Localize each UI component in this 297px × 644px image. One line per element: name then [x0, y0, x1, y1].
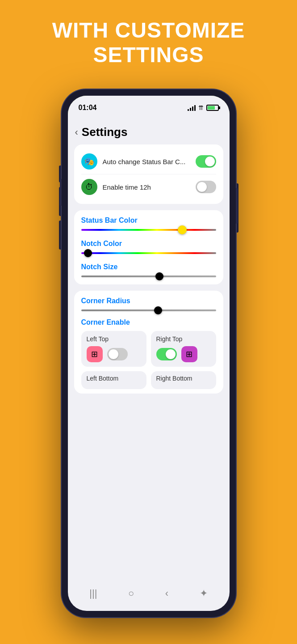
nav-accessibility-icon[interactable]: ✦ — [200, 588, 208, 599]
battery-icon — [206, 105, 219, 111]
corner-radius-slider[interactable] — [81, 309, 216, 311]
left-top-icon-btn[interactable]: ⊞ — [87, 346, 103, 362]
phone-mockup: 01:04 ⇈ ‹ Settings — [62, 89, 236, 617]
notch-color-thumb — [84, 249, 92, 257]
status-bar: 01:04 ⇈ — [68, 96, 230, 120]
notch-color-slider[interactable] — [81, 252, 216, 254]
status-icons: ⇈ — [188, 104, 219, 111]
notch-size-thumb — [155, 272, 163, 280]
bottom-nav: ||| ○ ‹ ✦ — [74, 584, 223, 603]
right-top-corner-box: Right Top ⊞ — [151, 331, 216, 367]
volume-down-button — [59, 220, 61, 250]
hero-title: WITH CUSTOMIZE SETTINGS — [0, 0, 297, 67]
page-title: Settings — [82, 125, 128, 139]
notch-color-label: Notch Color — [81, 240, 216, 248]
right-top-controls: ⊞ — [156, 346, 211, 362]
left-top-label: Left Top — [87, 335, 141, 343]
auto-change-label: Auto change Status Bar C... — [103, 158, 196, 165]
right-top-icon-btn[interactable]: ⊞ — [181, 346, 197, 362]
bottom-corners-row: Left Bottom Right Bottom — [81, 371, 216, 389]
corner-radius-label: Corner Radius — [81, 297, 216, 305]
nav-header: ‹ Settings — [68, 120, 230, 144]
left-top-toggle[interactable] — [107, 348, 128, 360]
enable-time-row: ⏱ Enable time 12h — [81, 174, 216, 199]
notch-size-label: Notch Size — [81, 263, 216, 271]
corners-card: Corner Radius Corner Enable Left Top ⊞ — [74, 291, 223, 394]
left-top-controls: ⊞ — [87, 346, 141, 362]
corner-radius-thumb — [154, 306, 162, 314]
enable-time-icon: ⏱ — [81, 179, 97, 195]
auto-change-row: 🎭 Auto change Status Bar C... — [81, 149, 216, 174]
notch-size-slider[interactable] — [81, 275, 216, 277]
right-bottom-corner-box: Right Bottom — [151, 371, 216, 389]
status-bar-color-thumb — [178, 225, 187, 234]
auto-change-icon: 🎭 — [81, 153, 97, 169]
left-top-corner-box: Left Top ⊞ — [81, 331, 146, 367]
corner-grid: Left Top ⊞ Right Top — [81, 331, 216, 367]
status-bar-color-slider[interactable] — [81, 229, 216, 231]
right-top-label: Right Top — [156, 335, 211, 343]
signal-icon — [188, 105, 196, 111]
settings-content: 🎭 Auto change Status Bar C... ⏱ Enable t… — [68, 144, 230, 400]
right-bottom-label: Right Bottom — [156, 375, 211, 382]
sliders-card: Status Bar Color Notch Color Notch Size — [74, 210, 223, 284]
right-top-toggle[interactable] — [156, 348, 177, 360]
status-bar-color-label: Status Bar Color — [81, 216, 216, 225]
corner-enable-label: Corner Enable — [81, 318, 216, 326]
back-button[interactable]: ‹ — [75, 127, 78, 138]
left-bottom-corner-box: Left Bottom — [81, 371, 146, 389]
enable-time-toggle[interactable] — [196, 181, 216, 193]
nav-home-icon[interactable]: ○ — [128, 588, 134, 599]
nav-back-icon[interactable]: ‹ — [165, 588, 168, 599]
left-bottom-label: Left Bottom — [87, 375, 141, 382]
wifi-icon: ⇈ — [198, 104, 204, 111]
status-time: 01:04 — [79, 104, 97, 112]
phone-screen: 01:04 ⇈ ‹ Settings — [68, 96, 230, 611]
enable-time-label: Enable time 12h — [103, 183, 196, 191]
nav-menu-icon[interactable]: ||| — [89, 588, 97, 599]
toggles-card: 🎭 Auto change Status Bar C... ⏱ Enable t… — [74, 144, 223, 204]
auto-change-toggle[interactable] — [196, 155, 216, 168]
